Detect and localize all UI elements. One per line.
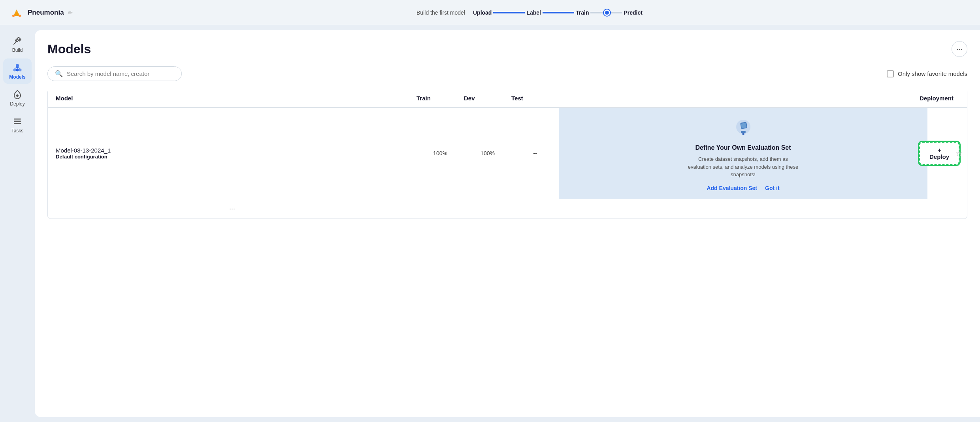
project-name: Pneumonia (28, 9, 64, 17)
col-header-model: Model (56, 95, 416, 102)
svg-point-3 (12, 15, 15, 17)
svg-line-11 (17, 67, 20, 69)
step-line-upload-label (493, 12, 525, 13)
sidebar-build-label: Build (12, 47, 23, 53)
svg-point-5 (16, 64, 19, 67)
svg-rect-18 (741, 123, 746, 128)
build-label: Build the first model (416, 9, 465, 16)
col-header-train: Train (416, 95, 464, 102)
col-header-test: Test (511, 95, 559, 102)
search-row: 🔍 Only show favorite models (47, 66, 967, 81)
star-icon[interactable]: ☆ (956, 149, 963, 158)
svg-point-8 (19, 69, 22, 72)
step-line-train-predict (590, 12, 622, 13)
got-it-link[interactable]: Got it (765, 185, 780, 191)
sidebar: Build Models Deploy (0, 25, 35, 422)
svg-point-2 (15, 12, 19, 16)
svg-point-7 (16, 69, 19, 72)
step-train: Train (576, 9, 589, 16)
svg-point-12 (16, 94, 19, 97)
page-header: Models ··· (47, 41, 967, 57)
sidebar-tasks-label: Tasks (11, 128, 24, 134)
deploy-icon (12, 89, 23, 100)
search-icon: 🔍 (55, 70, 63, 77)
step-line-label-train (543, 12, 574, 13)
build-icon (12, 36, 23, 46)
sidebar-item-tasks[interactable]: Tasks (3, 112, 32, 138)
col-header-dev: Dev (464, 95, 511, 102)
logo-icon (9, 6, 24, 20)
top-nav-left: Pneumonia ✏ (9, 6, 89, 20)
dev-cell: 100% (464, 145, 511, 162)
svg-rect-19 (741, 131, 746, 133)
train-cell: 100% (416, 145, 464, 162)
star-cell: ☆ (951, 143, 967, 164)
top-nav-center: Build the first model Upload Label Train… (89, 9, 971, 16)
top-nav: Pneumonia ✏ Build the first model Upload… (0, 0, 980, 25)
favorite-label: Only show favorite models (898, 70, 967, 77)
stepper: Upload Label Train Predict (473, 9, 643, 16)
sidebar-item-build[interactable]: Build (3, 32, 32, 57)
model-name: Model-08-13-2024_1 (56, 147, 409, 154)
page-title: Models (47, 42, 91, 57)
main-layout: Build Models Deploy (0, 25, 980, 422)
content-area: Models ··· 🔍 Only show favorite models M… (35, 30, 980, 417)
svg-point-4 (19, 15, 21, 17)
svg-rect-14 (14, 121, 21, 122)
models-icon (12, 62, 23, 73)
sidebar-models-label: Models (9, 74, 25, 80)
svg-line-9 (15, 67, 17, 69)
row-more-cell: ··· (48, 199, 416, 219)
favorite-checkbox[interactable] (887, 70, 894, 77)
table-row: Model-08-13-2024_1 Default configuration… (48, 107, 967, 219)
step-dot-active (604, 9, 610, 16)
edit-icon[interactable]: ✏ (68, 9, 73, 16)
eval-popup-desc: Create dataset snapshots, add them as ev… (688, 155, 799, 179)
more-options-button[interactable]: ··· (952, 41, 967, 57)
favorite-filter: Only show favorite models (887, 70, 967, 77)
eval-popup-actions: Add Evaluation Set Got it (688, 185, 799, 191)
eval-popup-cell: Define Your Own Evaluation Set Create da… (559, 108, 927, 199)
svg-rect-20 (742, 133, 744, 135)
eval-popup: Define Your Own Evaluation Set Create da… (688, 116, 799, 191)
step-predict: Predict (624, 9, 642, 16)
svg-rect-13 (14, 119, 21, 120)
sidebar-item-deploy[interactable]: Deploy (3, 85, 32, 111)
sidebar-deploy-label: Deploy (10, 101, 24, 107)
svg-point-6 (13, 69, 16, 72)
search-input[interactable] (67, 70, 174, 77)
model-info-cell: Model-08-13-2024_1 Default configuration (48, 141, 416, 165)
add-evaluation-set-link[interactable]: Add Evaluation Set (707, 185, 757, 191)
step-upload: Upload (473, 9, 492, 16)
step-label: Label (526, 9, 541, 16)
tasks-icon (12, 116, 23, 126)
eval-popup-title: Define Your Own Evaluation Set (688, 144, 799, 151)
test-cell: -- (511, 145, 559, 162)
svg-rect-15 (14, 123, 21, 124)
table-header: Model Train Dev Test Deployment (48, 89, 967, 107)
sidebar-item-models[interactable]: Models (3, 58, 32, 84)
model-config: Default configuration (56, 154, 409, 160)
deploy-cell: + Deploy (927, 136, 951, 170)
search-box: 🔍 (47, 66, 182, 81)
row-more-icon[interactable]: ··· (229, 205, 235, 213)
col-header-deployment: Deployment (920, 95, 943, 102)
eval-set-icon (731, 116, 755, 139)
models-table: Model Train Dev Test Deployment Model-08… (47, 89, 967, 219)
